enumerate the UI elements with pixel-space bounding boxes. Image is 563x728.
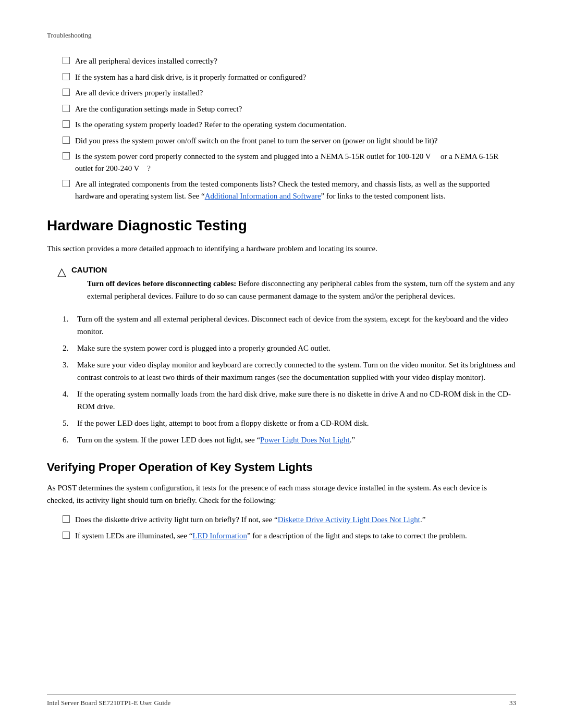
list-item: Turn off the system and all external per… — [63, 313, 516, 338]
list-item-text: Are all device drivers properly installe… — [75, 87, 203, 99]
list-item-text: If the system has a hard disk drive, is … — [75, 71, 306, 83]
footer: Intel Server Board SE7210TP1-E User Guid… — [47, 694, 516, 707]
list-item: Is the system power cord properly connec… — [63, 151, 516, 174]
list-item: Are all peripheral devices installed cor… — [63, 55, 516, 67]
diskette-link[interactable]: Diskette Drive Activity Light Does Not L… — [278, 515, 420, 524]
list-item: Are the configuration settings made in S… — [63, 103, 516, 115]
list-item: Are all integrated components from the t… — [63, 178, 516, 202]
list-item: If the power LED does light, attempt to … — [63, 417, 516, 429]
list-item-text: Are the configuration settings made in S… — [75, 103, 242, 115]
list-item: Are all device drivers properly installe… — [63, 87, 516, 99]
additional-info-link[interactable]: Additional Information and Software — [205, 192, 321, 200]
led-info-link[interactable]: LED Information — [192, 532, 247, 540]
checkbox-icon — [63, 137, 70, 144]
list-item-text: Make sure your video display monitor and… — [77, 359, 516, 384]
list-item: Turn on the system. If the power LED doe… — [63, 434, 516, 446]
list-item-text: Are all peripheral devices installed cor… — [75, 55, 217, 67]
caution-content: CAUTION Turn off devices before disconne… — [71, 265, 516, 302]
list-item: If the operating system normally loads f… — [63, 388, 516, 413]
caution-icon: △ — [57, 265, 66, 279]
footer-left: Intel Server Board SE7210TP1-E User Guid… — [47, 699, 170, 707]
checkbox-icon — [63, 532, 70, 539]
section-title: Hardware Diagnostic Testing — [47, 217, 516, 234]
page: Troubleshooting Are all peripheral devic… — [0, 0, 563, 728]
list-item-text: Does the diskette drive activity light t… — [75, 514, 425, 526]
checkbox-icon — [63, 57, 70, 64]
list-item: Does the diskette drive activity light t… — [63, 514, 516, 526]
breadcrumb: Troubleshooting — [47, 31, 516, 40]
checkbox-icon — [63, 105, 70, 112]
checkbox-icon — [63, 89, 70, 96]
list-item: If system LEDs are illuminated, see “LED… — [63, 530, 516, 542]
checkbox-icon — [63, 180, 70, 187]
section-intro: This section provides a more detailed ap… — [47, 242, 516, 255]
list-item: Make sure your video display monitor and… — [63, 359, 516, 384]
ordered-list: Turn off the system and all external per… — [63, 313, 516, 446]
checkbox-icon — [63, 152, 70, 159]
caution-text: Turn off devices before disconnecting ca… — [87, 277, 516, 302]
list-item-text: If the operating system normally loads f… — [77, 388, 516, 413]
list-item-text: Are all integrated components from the t… — [75, 178, 516, 202]
list-item-text: Turn on the system. If the power LED doe… — [77, 434, 355, 446]
caution-box: △ CAUTION Turn off devices before discon… — [57, 265, 516, 302]
list-item: If the system has a hard disk drive, is … — [63, 71, 516, 83]
subsection-intro: As POST determines the system configurat… — [47, 482, 516, 507]
list-item-text: Did you press the system power on/off sw… — [75, 135, 437, 147]
list-item: Is the operating system properly loaded?… — [63, 119, 516, 131]
caution-label: CAUTION — [71, 265, 516, 274]
checkbox-icon — [63, 515, 70, 523]
list-item-text: If system LEDs are illuminated, see “LED… — [75, 530, 467, 542]
list-item-text: Make sure the system power cord is plugg… — [77, 342, 331, 354]
checklist2: Does the diskette drive activity light t… — [63, 514, 516, 541]
list-item-text: If the power LED does light, attempt to … — [77, 417, 369, 429]
checkbox-icon — [63, 120, 70, 128]
list-item-text: Turn off the system and all external per… — [77, 313, 516, 338]
caution-bold: Turn off devices before disconnecting ca… — [87, 279, 236, 288]
footer-right: 33 — [509, 699, 516, 707]
list-item-text: Is the operating system properly loaded?… — [75, 119, 347, 131]
subsection-title: Verifying Proper Operation of Key System… — [47, 461, 516, 474]
list-item: Make sure the system power cord is plugg… — [63, 342, 516, 354]
checklist: Are all peripheral devices installed cor… — [63, 55, 516, 202]
list-item-text: Is the system power cord properly connec… — [75, 151, 516, 174]
checkbox-icon — [63, 73, 70, 80]
power-light-link[interactable]: Power Light Does Not Light — [260, 436, 350, 444]
list-item: Did you press the system power on/off sw… — [63, 135, 516, 147]
